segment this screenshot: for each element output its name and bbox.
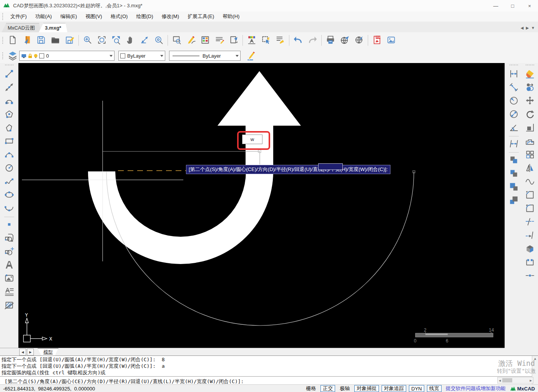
dim-aligned-button[interactable]	[508, 82, 520, 94]
scale-button[interactable]	[524, 122, 536, 134]
export-image-button[interactable]	[385, 34, 398, 47]
point-button[interactable]	[3, 219, 15, 231]
toggle-ortho[interactable]: 正交	[320, 385, 335, 392]
save-button[interactable]	[35, 34, 48, 47]
redo-button[interactable]	[306, 34, 319, 47]
array-button[interactable]	[524, 149, 536, 161]
match-brush-button[interactable]	[274, 34, 287, 47]
open-drawing-button[interactable]	[20, 34, 33, 47]
keyword-input-box[interactable]: w	[242, 135, 262, 144]
dim-diameter-button[interactable]	[508, 109, 520, 121]
rectangle-button[interactable]	[3, 136, 15, 148]
open-folder-button[interactable]	[49, 34, 62, 47]
ellipse-arc-button[interactable]	[3, 203, 15, 215]
copy-page-button[interactable]	[227, 34, 240, 47]
move-button[interactable]	[524, 95, 536, 107]
ellipse-button[interactable]	[3, 189, 15, 201]
menu-item-6[interactable]: 修改(M)	[157, 12, 183, 22]
web-open-button[interactable]	[352, 34, 365, 47]
menu-item-2[interactable]: 编辑(E)	[56, 12, 81, 22]
order-front-button[interactable]	[508, 154, 520, 166]
scroll-left-icon[interactable]: ◀	[499, 379, 501, 382]
linetype-edit-button[interactable]	[244, 49, 257, 62]
tab-scroll-left-icon[interactable]: ◀	[521, 26, 524, 30]
toggle-polar[interactable]: 极轴	[338, 385, 352, 392]
curve-button[interactable]	[524, 176, 536, 188]
single-text-button[interactable]	[3, 259, 15, 271]
toggle-osnap[interactable]: 对象捕捉	[354, 385, 379, 392]
viewport-button[interactable]	[170, 34, 183, 47]
feedback-link[interactable]: 提交软件问题或增加新功能	[446, 385, 506, 392]
chamfer-button[interactable]	[524, 189, 536, 201]
select-entity-button[interactable]	[259, 34, 272, 47]
arc-button[interactable]	[3, 149, 15, 161]
break-button[interactable]	[524, 257, 536, 269]
close-button[interactable]: ×	[521, 0, 538, 12]
layer-select[interactable]: 0	[19, 51, 115, 61]
polygon-button[interactable]	[3, 109, 15, 121]
multiline-text-button[interactable]	[3, 286, 15, 298]
construction-line-button[interactable]	[3, 82, 15, 94]
spline-button[interactable]	[3, 176, 15, 188]
scroll-right-icon[interactable]: ▶	[530, 379, 532, 382]
zoom-scale-button[interactable]	[138, 34, 151, 47]
undo-button[interactable]	[292, 34, 305, 47]
polyline-button[interactable]	[3, 95, 15, 107]
insert-block-button[interactable]	[3, 233, 15, 244]
dim-linear-button[interactable]	[508, 68, 520, 80]
scrollbar-thumb[interactable]	[502, 378, 512, 382]
zoom-window-button[interactable]	[95, 34, 108, 47]
menu-item-8[interactable]: 帮助(H)	[218, 12, 244, 22]
offset-button[interactable]	[524, 136, 536, 148]
toggle-grid[interactable]: 栅格	[304, 385, 318, 392]
web-publish-button[interactable]	[338, 34, 351, 47]
order-below-button[interactable]	[508, 195, 520, 207]
order-above-button[interactable]	[508, 181, 520, 193]
zoom-extents-button[interactable]	[110, 34, 123, 47]
line-button[interactable]	[3, 68, 15, 80]
menu-item-1[interactable]: 功能(A)	[31, 12, 56, 22]
edit-pencil-button[interactable]	[184, 34, 198, 47]
zoom-in-button[interactable]	[81, 34, 94, 47]
toggle-otrack[interactable]: 对象追踪	[382, 385, 406, 392]
menu-item-0[interactable]: 文件(F)	[6, 12, 31, 22]
command-prompt-line[interactable]: [第二个点(S)/角度(A)/圆心(CE)/方向(D)/半径(R)/回退(U)/…	[0, 377, 532, 385]
maximize-button[interactable]: □	[504, 0, 521, 12]
model-scroll-right-button[interactable]: ▶	[27, 349, 34, 355]
minimize-button[interactable]: —	[487, 0, 504, 12]
model-scroll-left-button[interactable]: ◀	[19, 349, 26, 355]
tab-model[interactable]: 模型	[38, 348, 58, 356]
dim-distance-button[interactable]	[508, 138, 520, 150]
color-table-button[interactable]	[199, 34, 212, 47]
command-window[interactable]: 指定下一个点或 [回退(U)/圆弧(A)/半宽(H)/宽度(W)/闭合(C)]:…	[0, 355, 538, 385]
zoom-center-button[interactable]	[152, 34, 165, 47]
order-back-button[interactable]	[508, 168, 520, 180]
menu-item-7[interactable]: 扩展工具(E)	[183, 12, 218, 22]
document-tab-0[interactable]: MxCAD云图	[2, 23, 41, 32]
create-block-button[interactable]	[3, 246, 15, 258]
menu-item-5[interactable]: 绘图(D)	[132, 12, 157, 22]
tab-scroll-right-icon[interactable]: ▶	[526, 26, 529, 30]
pan-button[interactable]	[124, 34, 137, 47]
export-pdf-button[interactable]: PDF	[370, 34, 384, 47]
extend-button[interactable]	[524, 230, 536, 242]
print-button[interactable]	[324, 34, 337, 47]
erase-button[interactable]	[524, 68, 536, 80]
menu-item-3[interactable]: 视图(V)	[81, 12, 106, 22]
document-tab-1[interactable]: 3.mxg*	[39, 23, 68, 32]
drawing-canvas[interactable]: Y X 2 14 0 6 [第二个点(S)/角度(A)/圆心(CE)/方向(D)…	[18, 63, 505, 348]
menu-item-4[interactable]: 格式(O)	[106, 12, 132, 22]
linetype-select[interactable]: ByLayer	[169, 51, 241, 61]
fillet-button[interactable]	[524, 203, 536, 215]
save-as-button[interactable]	[63, 34, 76, 47]
image-insert-button[interactable]	[3, 273, 15, 285]
tab-menu-icon[interactable]: ▼	[531, 26, 535, 30]
circle-button[interactable]	[3, 163, 15, 174]
rotate-button[interactable]	[524, 109, 536, 121]
command-horizontal-scrollbar[interactable]: ◀ ▶	[497, 377, 533, 384]
color-select[interactable]: ByLayer	[118, 51, 165, 61]
dim-radius-button[interactable]	[508, 95, 520, 107]
toggle-lineweight[interactable]: 线宽	[427, 385, 442, 392]
dim-angular-button[interactable]	[508, 122, 520, 134]
toggle-dyn[interactable]: DYN	[409, 385, 424, 392]
